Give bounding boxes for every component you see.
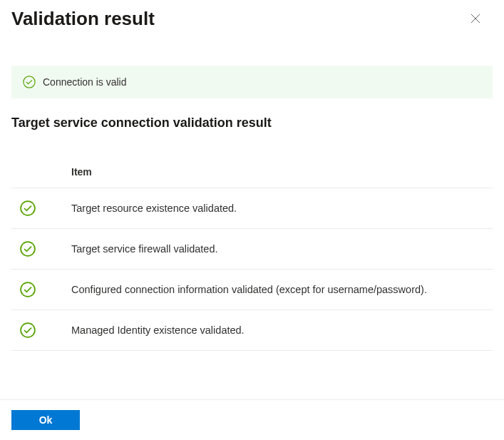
dialog-footer: Ok: [0, 399, 504, 440]
close-icon: [470, 14, 480, 24]
status-text: Connection is valid: [43, 76, 127, 88]
row-item-text: Configured connection information valida…: [71, 284, 493, 295]
status-banner: Connection is valid: [11, 66, 493, 98]
row-item-text: Target resource existence validated.: [71, 203, 493, 214]
table-row: Configured connection information valida…: [11, 270, 493, 310]
table-row: Target resource existence validated.: [11, 188, 493, 229]
svg-point-5: [21, 282, 35, 297]
table-row: Target service firewall validated.: [11, 229, 493, 270]
check-circle-icon: [20, 322, 36, 338]
row-status: [11, 282, 71, 297]
section-title: Target service connection validation res…: [0, 116, 504, 131]
svg-point-6: [21, 323, 35, 337]
col-item-header: Item: [71, 166, 493, 178]
row-item-text: Target service firewall validated.: [71, 243, 493, 255]
dialog-title: Validation result: [11, 8, 155, 30]
check-circle-icon: [20, 241, 36, 257]
ok-button[interactable]: Ok: [11, 410, 80, 430]
row-status: [11, 241, 71, 257]
row-item-text: Managed Identity existence validated.: [71, 324, 493, 336]
svg-point-4: [21, 242, 35, 256]
svg-point-3: [21, 201, 35, 215]
validation-table: Item Target resource existence validated…: [0, 159, 504, 351]
check-circle-icon: [20, 200, 36, 216]
close-button[interactable]: [464, 7, 487, 30]
row-status: [11, 200, 71, 216]
svg-point-2: [24, 76, 35, 88]
col-status-header: [11, 166, 71, 178]
row-status: [11, 322, 71, 338]
table-row: Managed Identity existence validated.: [11, 310, 493, 351]
dialog-header: Validation result: [0, 0, 504, 37]
table-header: Item: [11, 159, 493, 188]
check-circle-icon: [20, 282, 36, 297]
check-circle-icon: [23, 76, 36, 88]
